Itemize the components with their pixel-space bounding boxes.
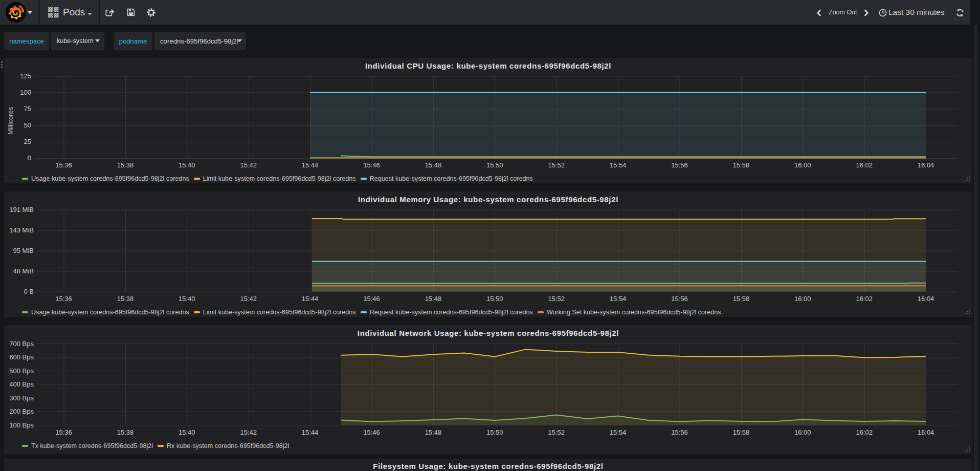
svg-text:16:00: 16:00 xyxy=(794,295,811,303)
svg-text:143 MiB: 143 MiB xyxy=(9,226,34,234)
svg-text:15:58: 15:58 xyxy=(733,161,750,169)
svg-text:15:40: 15:40 xyxy=(179,429,195,436)
svg-text:0: 0 xyxy=(28,154,31,162)
svg-text:200 Bps: 200 Bps xyxy=(9,408,34,415)
svg-text:700 Bps: 700 Bps xyxy=(9,340,34,348)
svg-text:75: 75 xyxy=(24,105,31,113)
svg-text:95 MiB: 95 MiB xyxy=(13,247,34,254)
svg-text:15:54: 15:54 xyxy=(610,429,627,436)
svg-text:15:48: 15:48 xyxy=(425,295,442,303)
svg-text:16:02: 16:02 xyxy=(856,295,873,303)
svg-text:100: 100 xyxy=(20,89,31,96)
svg-text:16:02: 16:02 xyxy=(856,161,873,169)
svg-text:15:38: 15:38 xyxy=(117,429,134,436)
svg-text:600 Bps: 600 Bps xyxy=(9,353,34,361)
svg-text:15:36: 15:36 xyxy=(55,429,72,436)
svg-text:16:04: 16:04 xyxy=(918,429,934,436)
svg-text:0 B: 0 B xyxy=(24,288,34,295)
svg-text:15:56: 15:56 xyxy=(671,295,688,303)
svg-text:15:48: 15:48 xyxy=(425,429,442,436)
svg-text:16:04: 16:04 xyxy=(918,161,934,169)
svg-text:15:42: 15:42 xyxy=(240,295,257,303)
svg-text:15:58: 15:58 xyxy=(733,429,750,436)
svg-text:125: 125 xyxy=(20,72,31,80)
svg-text:15:42: 15:42 xyxy=(240,429,257,436)
svg-text:25: 25 xyxy=(24,138,31,145)
svg-text:15:44: 15:44 xyxy=(302,429,319,436)
svg-text:15:50: 15:50 xyxy=(486,161,503,169)
svg-text:15:36: 15:36 xyxy=(55,161,72,169)
svg-text:15:52: 15:52 xyxy=(548,295,565,303)
svg-text:15:48: 15:48 xyxy=(425,161,442,169)
svg-text:15:44: 15:44 xyxy=(302,161,319,169)
svg-text:15:50: 15:50 xyxy=(486,429,503,436)
svg-text:15:56: 15:56 xyxy=(671,429,688,436)
svg-text:500 Bps: 500 Bps xyxy=(9,367,34,375)
svg-text:16:00: 16:00 xyxy=(794,429,811,436)
svg-text:15:40: 15:40 xyxy=(179,161,195,169)
svg-text:15:46: 15:46 xyxy=(363,429,380,436)
svg-text:15:54: 15:54 xyxy=(610,295,627,303)
svg-text:15:50: 15:50 xyxy=(486,295,503,303)
svg-text:15:40: 15:40 xyxy=(179,295,195,303)
svg-text:15:56: 15:56 xyxy=(671,161,688,169)
svg-text:15:52: 15:52 xyxy=(548,161,565,169)
svg-text:15:52: 15:52 xyxy=(548,429,565,436)
svg-text:15:46: 15:46 xyxy=(363,161,380,169)
svg-text:15:42: 15:42 xyxy=(240,161,257,169)
svg-text:300 Bps: 300 Bps xyxy=(9,394,34,402)
svg-text:48 MiB: 48 MiB xyxy=(13,267,34,275)
svg-text:16:00: 16:00 xyxy=(794,161,811,169)
svg-text:15:36: 15:36 xyxy=(55,295,72,303)
svg-text:100 Bps: 100 Bps xyxy=(9,421,34,429)
svg-text:50: 50 xyxy=(24,121,31,129)
svg-text:400 Bps: 400 Bps xyxy=(9,380,34,388)
svg-text:15:38: 15:38 xyxy=(117,161,134,169)
svg-text:16:04: 16:04 xyxy=(918,295,934,303)
svg-text:15:54: 15:54 xyxy=(610,161,627,169)
svg-text:15:38: 15:38 xyxy=(117,295,134,303)
svg-text:16:02: 16:02 xyxy=(856,429,873,436)
svg-text:15:58: 15:58 xyxy=(733,295,750,303)
svg-text:15:44: 15:44 xyxy=(302,295,319,303)
svg-text:15:46: 15:46 xyxy=(363,295,380,303)
svg-text:191 MiB: 191 MiB xyxy=(9,206,34,213)
